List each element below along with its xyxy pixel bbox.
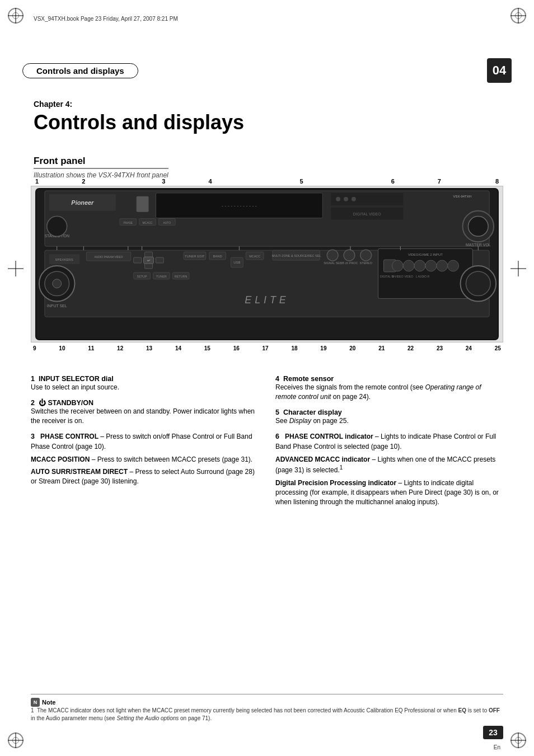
svg-rect-47 [156, 257, 163, 263]
desc-text-3b: MCACC POSITION – Press to switch between… [31, 455, 259, 464]
svg-text:SETUP: SETUP [137, 275, 148, 278]
desc-text-1: Use to select an input source. [31, 383, 259, 392]
file-header: VSX_94TXH.book Page 23 Friday, April 27,… [34, 16, 178, 22]
svg-text:SIGNAL SEL: SIGNAL SEL [324, 261, 341, 265]
svg-text:MASTER VOL: MASTER VOL [466, 243, 491, 247]
desc-num-5: 5 [275, 408, 279, 416]
svg-text:MCACC: MCACC [249, 255, 260, 258]
svg-text:STEREO: STEREO [360, 261, 372, 265]
num-13: 13 [146, 345, 152, 351]
num-8: 8 [495, 178, 499, 185]
svg-point-70 [392, 260, 403, 271]
num-14: 14 [175, 345, 181, 351]
svg-text:MCACC: MCACC [142, 222, 153, 224]
svg-point-61 [327, 250, 338, 261]
svg-text:AUDIO PARAM VIDEO: AUDIO PARAM VIDEO [94, 256, 123, 259]
svg-rect-46 [145, 252, 153, 257]
num-25: 25 [495, 345, 501, 351]
svg-rect-45 [134, 257, 142, 263]
svg-point-24 [344, 197, 348, 201]
svg-text:USB: USB [233, 261, 240, 264]
num-15: 15 [204, 345, 210, 351]
svg-text:SPEAKERS: SPEAKERS [55, 258, 73, 261]
desc-text-3c: AUTO SURR/STREAM DIRECT – Press to selec… [31, 467, 259, 486]
svg-text:ELITE: ELITE [245, 294, 289, 306]
chapter-title: Controls and displays [34, 111, 244, 134]
desc-num-2: 2 [31, 399, 35, 407]
svg-point-73 [425, 260, 437, 271]
corner-mark-br [510, 732, 526, 748]
svg-text:VIDEO/GAME 2 INPUT: VIDEO/GAME 2 INPUT [408, 253, 443, 256]
svg-point-23 [336, 197, 340, 201]
num-3: 3 [162, 178, 165, 185]
desc-text-4: Receives the signals from the remote con… [275, 383, 503, 402]
adv-mcacc-bold: ADVANCED MCACC indicator [275, 456, 370, 463]
svg-text:BAND: BAND [213, 255, 222, 258]
svg-text:MULTI ZONE & SOURCE/REC SEL: MULTI ZONE & SOURCE/REC SEL [272, 254, 321, 257]
svg-point-65 [360, 250, 372, 261]
front-panel-section: Front panel Illustration shows the VSX-9… [34, 156, 168, 179]
num-11: 11 [88, 345, 94, 351]
digital-prec-bold: Digital Precision Processing indicator [275, 479, 396, 487]
num-19: 19 [320, 345, 326, 351]
desc-item-6: 6 PHASE CONTROL indicator – Lights to in… [275, 432, 503, 506]
note-label: Note [42, 699, 55, 706]
desc-text-2: Switches the receiver between on and sta… [31, 407, 259, 426]
corner-mark-bl [8, 732, 24, 748]
note-title: N Note [31, 698, 503, 707]
num-9: 9 [33, 345, 36, 351]
svg-text:TUNER EDIT: TUNER EDIT [185, 255, 205, 258]
desc-title-5: Character display [283, 408, 342, 416]
svg-text:AUTO: AUTO [163, 222, 171, 224]
num-4: 4 [208, 178, 212, 185]
svg-text:RETURN: RETURN [175, 275, 188, 278]
desc-item-1: 1 INPUT SELECTOR dial Use to select an i… [31, 375, 259, 392]
header-bar: Controls and displays 04 [22, 60, 512, 81]
svg-point-71 [403, 260, 414, 271]
section-title: Front panel [34, 156, 168, 169]
footnote-sup-1: 1 [340, 464, 343, 471]
svg-point-75 [448, 260, 459, 271]
svg-text:INPUT SEL: INPUT SEL [47, 304, 67, 308]
desc-title-1: INPUT SELECTOR dial [39, 375, 114, 383]
desc-item-5: 5 Character display See Display on page … [275, 408, 503, 426]
desc-text-6a: 6 PHASE CONTROL indicator – Lights to in… [275, 432, 503, 451]
desc-item-2: 2 ⏻ STANDBY/ON Switches the receiver bet… [31, 399, 259, 426]
svg-rect-22 [331, 193, 403, 205]
num-12: 12 [117, 345, 123, 351]
page-lang: En [494, 744, 500, 750]
panel-svg: Pioneer STANDBY/ON - - - - - - - - - - -… [31, 186, 503, 342]
bottom-number-labels: 9 10 11 12 13 14 15 16 17 18 19 20 21 22… [31, 345, 503, 351]
right-description-col: 4 Remote sensor Receives the signals fro… [275, 375, 503, 514]
num-2: 2 [82, 178, 85, 185]
auto-surr-bold: AUTO SURR/STREAM DIRECT [31, 468, 128, 476]
top-number-labels: 1 2 3 4 5 6 7 8 [31, 178, 503, 185]
description-area: 1 INPUT SELECTOR dial Use to select an i… [31, 375, 503, 514]
svg-point-74 [437, 260, 448, 271]
svg-point-63 [344, 250, 355, 261]
svg-text:DIGITAL VIDEO: DIGITAL VIDEO [353, 212, 381, 216]
desc-text-5: See Display on page 25. [275, 416, 503, 426]
corner-mark-tl [8, 8, 24, 24]
num-10: 10 [59, 345, 65, 351]
mcacc-position-bold: MCACC POSITION [31, 456, 90, 463]
phase-control-ind-bold: PHASE CONTROL indicator [285, 433, 373, 440]
svg-text:VSX-94TXH: VSX-94TXH [453, 195, 471, 198]
svg-text:VIDEO: VIDEO [404, 275, 413, 278]
desc-text-6b: ADVANCED MCACC indicator – Lights when o… [275, 455, 503, 476]
num-7: 7 [438, 178, 441, 185]
desc-num-1: 1 [31, 375, 35, 383]
panel-diagram-wrapper: 1 2 3 4 5 6 7 8 Pioneer STANDBY/ON - - -… [31, 178, 503, 351]
chapter-number-badge: 04 [487, 58, 512, 83]
svg-rect-19 [137, 196, 149, 212]
num-22: 22 [407, 345, 414, 351]
note-icon: N [31, 698, 40, 707]
svg-text:5B ch PROC: 5B ch PROC [340, 261, 358, 265]
svg-text:L AUDIO R: L AUDIO R [416, 275, 430, 278]
desc-title-4: Remote sensor [283, 375, 334, 383]
svg-point-25 [352, 197, 356, 201]
svg-text:S-VIDEO: S-VIDEO [392, 275, 404, 278]
svg-text:- - - - - - - - - - - -: - - - - - - - - - - - - [222, 203, 257, 209]
num-6: 6 [391, 178, 395, 185]
desc-text-3a: 3 PHASE CONTROL – Press to switch on/off… [31, 432, 259, 451]
